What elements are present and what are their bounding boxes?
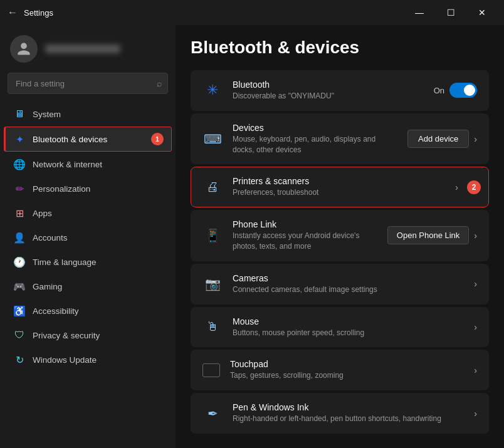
pen-item-text: Pen & Windows Ink Right-handed or left-h…: [233, 402, 464, 424]
mouse-item-text: Mouse Buttons, mouse pointer speed, scro…: [233, 316, 464, 338]
open-phone-button[interactable]: Open Phone Link: [387, 226, 469, 244]
sidebar-item-accessibility[interactable]: ♿ Accessibility: [4, 299, 172, 323]
cameras-chevron: ›: [474, 279, 477, 289]
cameras-item-title: Cameras: [233, 273, 464, 283]
bluetooth-icon: ✦: [14, 133, 25, 145]
settings-item-pen[interactable]: ✒ Pen & Windows Ink Right-handed or left…: [191, 393, 489, 434]
minimize-button[interactable]: —: [405, 3, 434, 23]
devices-item-action: Add device ›: [407, 130, 477, 148]
devices-item-icon: ⌨: [202, 129, 223, 149]
bluetooth-toggle-label: On: [434, 86, 444, 95]
add-device-button[interactable]: Add device: [407, 130, 469, 148]
sidebar-item-network[interactable]: 🌐 Network & internet: [4, 152, 172, 176]
sidebar-item-label: Privacy & security: [33, 331, 100, 340]
settings-item-printers[interactable]: 🖨 Printers & scanners Preferences, troub…: [191, 167, 489, 207]
title-bar: ← Settings — ☐ ✕: [0, 0, 504, 25]
user-section: [0, 25, 176, 70]
sidebar-nav: 🖥 System ✦ Bluetooth & devices 1 🌐 Netwo…: [0, 102, 176, 372]
cameras-item-subtitle: Connected cameras, default image setting…: [233, 284, 464, 295]
touchpad-item-title: Touchpad: [230, 359, 464, 369]
touchpad-item-subtitle: Taps, gestures, scrolling, zooming: [230, 370, 464, 381]
search-box: ⌕: [8, 73, 168, 94]
printers-chevron: ›: [455, 182, 458, 192]
sidebar-item-accounts[interactable]: 👤 Accounts: [4, 226, 172, 249]
phone-item-action: Open Phone Link ›: [387, 226, 477, 244]
settings-item-touchpad[interactable]: Touchpad Taps, gestures, scrolling, zoom…: [191, 350, 489, 390]
phone-chevron: ›: [474, 231, 477, 241]
devices-item-title: Devices: [233, 123, 397, 133]
devices-item-subtitle: Mouse, keyboard, pen, audio, displays an…: [233, 134, 397, 155]
gaming-icon: 🎮: [14, 281, 25, 292]
mouse-item-subtitle: Buttons, mouse pointer speed, scrolling: [233, 328, 464, 338]
badge-1: 1: [151, 133, 164, 145]
settings-item-devices[interactable]: ⌨ Devices Mouse, keyboard, pen, audio, d…: [191, 113, 489, 165]
search-input[interactable]: [8, 73, 168, 94]
sidebar-item-gaming[interactable]: 🎮 Gaming: [4, 274, 172, 298]
sidebar-item-label: Personalization: [33, 184, 90, 194]
close-button[interactable]: ✕: [468, 3, 496, 23]
settings-list: ✳ Bluetooth Discoverable as "ONYIMADU" O…: [191, 70, 489, 434]
sidebar-item-personalization[interactable]: ✏ Personalization: [4, 177, 172, 201]
settings-item-phone[interactable]: 📱 Phone Link Instantly access your Andro…: [191, 210, 489, 261]
bluetooth-toggle-switch[interactable]: [449, 83, 477, 98]
printers-item-subtitle: Preferences, troubleshoot: [233, 187, 445, 198]
bluetooth-item-title: Bluetooth: [233, 80, 424, 90]
back-icon[interactable]: ←: [8, 7, 18, 18]
printers-item-action: 2 ›: [455, 182, 477, 192]
bluetooth-toggle: On: [434, 83, 477, 98]
sidebar-item-label: Gaming: [33, 282, 62, 291]
apps-icon: ⊞: [14, 207, 25, 219]
printers-item-icon: 🖨: [202, 177, 223, 197]
sidebar-item-update[interactable]: ↻ Windows Update: [4, 348, 172, 372]
sidebar-item-label: Accounts: [33, 233, 68, 242]
personalization-icon: ✏: [14, 183, 25, 194]
sidebar-item-label: Bluetooth & devices: [33, 135, 107, 144]
printers-item-title: Printers & scanners: [233, 176, 445, 186]
sidebar-item-privacy[interactable]: 🛡 Privacy & security: [4, 323, 172, 347]
sidebar-item-bluetooth[interactable]: ✦ Bluetooth & devices 1: [4, 127, 172, 152]
settings-item-bluetooth[interactable]: ✳ Bluetooth Discoverable as "ONYIMADU" O…: [191, 70, 489, 111]
sidebar-item-label: Time & language: [33, 258, 97, 267]
badge-2: 2: [467, 180, 481, 194]
sidebar-item-apps[interactable]: ⊞ Apps: [4, 201, 172, 225]
pen-item-action: ›: [474, 409, 477, 419]
phone-item-text: Phone Link Instantly access your Android…: [233, 219, 377, 252]
accounts-icon: 👤: [14, 232, 25, 243]
cameras-item-action: ›: [474, 279, 477, 289]
phone-item-title: Phone Link: [233, 219, 377, 229]
main-content: Bluetooth & devices ✳ Bluetooth Discover…: [176, 25, 504, 448]
bluetooth-item-subtitle: Discoverable as "ONYIMADU": [233, 91, 424, 102]
update-icon: ↻: [14, 354, 25, 365]
sidebar: ⌕ 🖥 System ✦ Bluetooth & devices 1 🌐 Net…: [0, 25, 176, 448]
pen-item-icon: ✒: [202, 404, 223, 424]
sidebar-item-time[interactable]: 🕐 Time & language: [4, 250, 172, 274]
system-icon: 🖥: [14, 108, 25, 120]
network-icon: 🌐: [14, 159, 25, 170]
time-icon: 🕐: [14, 256, 25, 268]
phone-item-subtitle: Instantly access your Android device's p…: [233, 231, 377, 252]
bluetooth-item-action: On: [434, 83, 477, 98]
sidebar-item-label: Accessibility: [33, 306, 79, 316]
page-title: Bluetooth & devices: [191, 38, 489, 58]
settings-item-mouse[interactable]: 🖱 Mouse Buttons, mouse pointer speed, sc…: [191, 307, 489, 348]
touchpad-item-action: ›: [474, 365, 477, 375]
touchpad-chevron: ›: [474, 365, 477, 375]
mouse-item-title: Mouse: [233, 316, 464, 326]
cameras-item-icon: 📷: [202, 274, 223, 294]
title-bar-controls: — ☐ ✕: [405, 3, 496, 23]
pen-chevron: ›: [474, 409, 477, 419]
cameras-item-text: Cameras Connected cameras, default image…: [233, 273, 464, 295]
avatar: [10, 35, 38, 63]
mouse-item-icon: 🖱: [202, 317, 223, 337]
window-title: Settings: [24, 8, 53, 18]
sidebar-item-label: Network & internet: [33, 160, 102, 169]
maximize-button[interactable]: ☐: [436, 3, 465, 23]
accessibility-icon: ♿: [14, 305, 25, 316]
bluetooth-item-icon: ✳: [202, 80, 223, 100]
sidebar-item-label: System: [33, 110, 61, 119]
touchpad-item-text: Touchpad Taps, gestures, scrolling, zoom…: [230, 359, 464, 381]
mouse-chevron: ›: [474, 322, 477, 332]
sidebar-item-system[interactable]: 🖥 System: [4, 102, 172, 126]
settings-item-cameras[interactable]: 📷 Cameras Connected cameras, default ima…: [191, 264, 489, 305]
devices-chevron: ›: [474, 134, 477, 144]
